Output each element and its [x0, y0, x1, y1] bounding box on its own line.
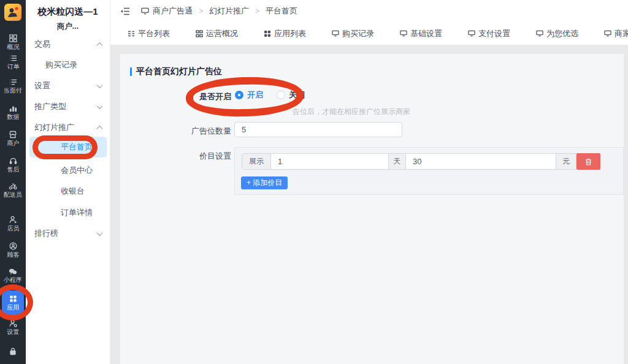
rail-item-settings[interactable]: 设置: [0, 319, 26, 338]
enable-label: 是否开启: [120, 91, 231, 102]
tab-app-list[interactable]: 应用列表: [264, 28, 306, 39]
shop-name: 校米粒闪送—1: [26, 6, 110, 18]
icon-rail: 概况 订单 当面付 数据 商户: [0, 0, 26, 364]
rail-item-customer[interactable]: 顾客: [0, 241, 26, 261]
enable-radio-group: 开启 关闭: [235, 88, 305, 102]
radio-on-label[interactable]: 开启: [247, 89, 263, 100]
tab-platform-list[interactable]: 平台列表: [128, 28, 170, 39]
tab-basic-settings[interactable]: 基础设置: [400, 28, 442, 39]
price-unit-addon: 元: [556, 153, 576, 170]
courier-icon: [9, 181, 17, 191]
orders-icon: [9, 53, 17, 63]
collapse-menu-icon[interactable]: [120, 7, 130, 15]
rail-item-courier[interactable]: 配送员: [0, 181, 26, 201]
breadcrumb-item[interactable]: 平台首页: [266, 6, 297, 17]
tab-operation-overview[interactable]: 运营概况: [196, 28, 238, 39]
menu-section-settings[interactable]: 设置: [26, 79, 110, 93]
grid-icon: [196, 30, 203, 37]
rail-item-aftersales[interactable]: 售后: [0, 156, 26, 176]
duration-unit-addon: 天: [388, 153, 406, 170]
helper-text: 告位后，才能在相应推广位展示商家: [293, 107, 410, 117]
main-area: 商户广告通 > 幻灯片推广 > 平台首页 平台列表 运营概况 应用列表 购买记录: [110, 0, 628, 364]
rail-item-orders[interactable]: 订单: [0, 53, 26, 73]
menu-section-trade[interactable]: 交易: [26, 37, 110, 51]
customer-icon: [9, 241, 17, 251]
tab-purchase-records[interactable]: 购买记录: [332, 28, 374, 39]
radio-on-selected[interactable]: [235, 91, 243, 99]
rail-item-data[interactable]: 数据: [0, 104, 26, 123]
rail-item-miniprogram[interactable]: 小程序: [0, 267, 26, 286]
tab-merchant-top[interactable]: 商家置顶: [604, 28, 628, 39]
monitor-icon: [400, 30, 407, 37]
prefix-addon: 展示: [242, 153, 271, 170]
monitor-icon: [604, 30, 611, 37]
rail-item-face-pay[interactable]: 当面付: [0, 77, 26, 97]
miniprogram-icon: [9, 267, 17, 276]
chevron-down-icon: [97, 230, 103, 236]
rail-item-clerk[interactable]: 店员: [0, 215, 26, 235]
slot-count-label: 广告位数量: [120, 126, 231, 137]
price-input[interactable]: [405, 153, 556, 170]
app-logo[interactable]: [4, 4, 21, 21]
chevron-down-icon: [97, 103, 103, 109]
menu-item-purchase-records[interactable]: 购买记录: [26, 58, 110, 72]
menu-item-member-center[interactable]: 会员中心: [26, 164, 110, 177]
menu-section-promo-types[interactable]: 推广类型: [26, 100, 110, 113]
aftersales-icon: [9, 156, 17, 165]
logo-icon: [4, 4, 21, 21]
radio-off[interactable]: [277, 91, 285, 99]
chevron-up-icon: [97, 42, 103, 48]
topbar: 商户广告通 > 幻灯片推广 > 平台首页: [110, 0, 628, 22]
grid-lines-icon: [128, 30, 135, 37]
apps-icon: [9, 294, 17, 303]
trash-icon: [585, 158, 592, 165]
chevron-up-icon: [97, 125, 103, 131]
page-title: 平台首页幻灯片广告位: [136, 66, 222, 77]
workspace: 平台首页幻灯片广告位 是否开启 开启 关闭 告位后，才能在相应推广位展示商家 广…: [110, 45, 628, 364]
duration-input[interactable]: [270, 153, 389, 170]
breadcrumb-separator: >: [255, 7, 259, 15]
heading-accent-bar: [130, 67, 132, 76]
menu-item-platform-home-active[interactable]: 平台首页: [29, 137, 107, 157]
menu-item-cashier[interactable]: 收银台: [26, 184, 110, 198]
rail-item-overview[interactable]: 概况: [0, 34, 26, 53]
menu-section-ranking[interactable]: 排行榜: [26, 227, 110, 240]
monitor-icon: [468, 30, 475, 37]
breadcrumb-item[interactable]: 商户广告通: [153, 6, 193, 17]
rail-item-apps[interactable]: 应用: [2, 290, 24, 315]
monitor-icon: [536, 30, 543, 37]
dashboard-icon: [9, 34, 17, 43]
delete-price-button[interactable]: [576, 153, 600, 170]
add-price-button[interactable]: + 添加价目: [241, 176, 288, 189]
menu-item-order-detail[interactable]: 订单详情: [26, 206, 110, 219]
lock-icon: [9, 347, 17, 356]
pricing-label: 价目设置: [120, 151, 231, 162]
admin-app: 概况 订单 当面付 数据 商户: [0, 0, 628, 364]
tabs-bar: 平台列表 运营概况 应用列表 购买记录 基础设置 支付设置: [110, 22, 628, 45]
settings-icon: [9, 319, 17, 328]
radio-off-label[interactable]: 关闭: [289, 89, 305, 100]
menu-section-slideshow-promo[interactable]: 幻灯片推广: [26, 121, 110, 134]
face-pay-icon: [9, 77, 17, 86]
section-heading: 平台首页幻灯片广告位: [130, 66, 222, 77]
slot-count-input[interactable]: [234, 122, 402, 137]
rail-item-lock[interactable]: [0, 347, 26, 364]
tab-payment-settings[interactable]: 支付设置: [468, 28, 510, 39]
breadcrumb-separator: >: [199, 7, 203, 15]
content-card: 平台首页幻灯片广告位 是否开启 开启 关闭 告位后，才能在相应推广位展示商家 广…: [120, 54, 624, 364]
merchant-icon: [9, 130, 17, 139]
chevron-down-icon: [97, 82, 103, 88]
clerk-icon: [9, 215, 17, 224]
apps-solid-icon: [264, 30, 271, 37]
tab-recommended[interactable]: 为您优选: [536, 28, 578, 39]
monitor-icon: [141, 7, 149, 15]
pricing-panel: 展示 天 元 + 添加价目: [234, 147, 624, 195]
breadcrumb-item[interactable]: 幻灯片推广: [209, 6, 249, 17]
shop-subtitle[interactable]: 商户...: [26, 21, 110, 32]
data-icon: [9, 104, 17, 113]
rail-item-merchant[interactable]: 商户: [0, 130, 26, 150]
monitor-icon: [332, 30, 339, 37]
submenu-sidebar: 校米粒闪送—1 商户... 交易 购买记录 设置 推广类型 幻灯片推广 平台首页…: [26, 0, 110, 364]
pricing-row: 展示 天 元: [242, 153, 600, 170]
